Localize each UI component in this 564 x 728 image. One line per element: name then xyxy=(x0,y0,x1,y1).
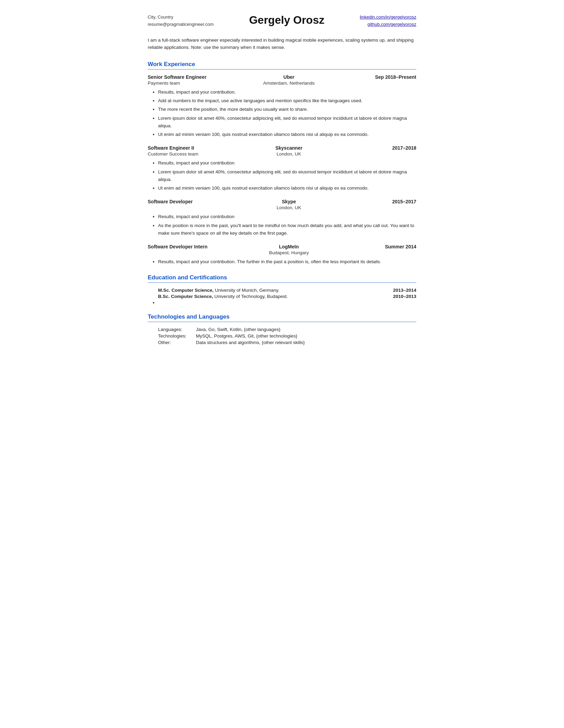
job-3-header: Software Developer Skype 2015–2017 xyxy=(148,199,416,204)
header-center: Gergely Orosz xyxy=(214,14,360,26)
job-3-title: Software Developer xyxy=(148,199,223,204)
job-1-title: Senior Software Engineer xyxy=(148,74,223,80)
job-2-team: Customer Success team xyxy=(148,151,223,157)
education-divider xyxy=(148,282,416,283)
job-1-location: Amsterdam, Netherlands xyxy=(223,81,354,86)
job-2: Software Engineer II Skyscanner 2017–201… xyxy=(148,145,416,192)
edu-item-2-degree-bold: B.Sc. Computer Science, xyxy=(158,294,213,299)
list-item: B.Sc. Computer Science, University of Te… xyxy=(158,294,416,299)
list-item: Languages: Java, Go, Swift, Kotlin, {oth… xyxy=(158,327,416,332)
linkedin-link[interactable]: linkedin.com/in/gergelyorosz xyxy=(360,14,416,20)
edu-item-2-text: B.Sc. Computer Science, University of Te… xyxy=(158,294,393,299)
job-2-bullets: Results, impact and your contribution Lo… xyxy=(158,159,416,192)
list-item: Ut enim ad minim veniam 100, quis nostru… xyxy=(158,184,416,192)
list-item xyxy=(158,300,416,305)
job-3-company: Skype xyxy=(223,199,354,204)
tech-label-1: Technologies: xyxy=(158,333,196,339)
edu-item-2-date: 2010–2013 xyxy=(393,294,416,299)
list-item: The more recent the position, the more d… xyxy=(158,106,416,113)
education-title: Education and Certifications xyxy=(148,274,416,281)
job-4-title: Software Developer Intern xyxy=(148,244,223,249)
job-2-date: 2017–2018 xyxy=(354,145,416,151)
job-1-company: Uber xyxy=(223,74,354,80)
list-item: Add at numbers to the impact, use active… xyxy=(158,97,416,105)
edu-item-2-degree-rest: University of Technology, Budapest. xyxy=(213,294,288,299)
education-list: M.Sc. Computer Science, University of Mu… xyxy=(158,288,416,305)
edu-item-1-text: M.Sc. Computer Science, University of Mu… xyxy=(158,288,393,293)
tech-value-1: MySQL, Postgres, AWS, Git, {other techno… xyxy=(196,333,297,339)
job-2-company: Skyscanner xyxy=(223,145,354,151)
job-1: Senior Software Engineer Uber Sep 2018–P… xyxy=(148,74,416,139)
job-3-sub: London, UK xyxy=(148,205,416,210)
work-experience-title: Work Experience xyxy=(148,61,416,68)
technologies-section: Technologies and Languages Languages: Ja… xyxy=(148,313,416,345)
work-experience-divider xyxy=(148,69,416,69)
edu-item-1-degree-rest: University of Munich, Germany. xyxy=(213,288,279,293)
job-3-team xyxy=(148,205,223,210)
edu-item-1-date: 2013–2014 xyxy=(393,288,416,293)
list-item: M.Sc. Computer Science, University of Mu… xyxy=(158,288,416,293)
job-2-header: Software Engineer II Skyscanner 2017–201… xyxy=(148,145,416,151)
github-link[interactable]: github.com/gergelyorosz xyxy=(367,22,416,27)
job-4-sub: Budapest, Hungary xyxy=(148,250,416,255)
education-section: Education and Certifications M.Sc. Compu… xyxy=(148,274,416,305)
job-4-team xyxy=(148,250,223,255)
list-item: Ut enim ad minim veniam 100, quis nostru… xyxy=(158,131,416,138)
job-4-date-placeholder xyxy=(354,250,416,255)
list-item: Lorem ipsum dolor sit amet 40%, consecte… xyxy=(158,115,416,130)
job-4-bullets: Results, impact and your contribution. T… xyxy=(158,258,416,266)
technologies-title: Technologies and Languages xyxy=(148,313,416,320)
job-4-location: Budapest, Hungary xyxy=(223,250,354,255)
tech-value-0: Java, Go, Swift, Kotlin, {other language… xyxy=(196,327,280,332)
job-1-bullets: Results, impact and your contribution. A… xyxy=(158,88,416,139)
job-1-date: Sep 2018–Present xyxy=(354,74,416,80)
header-right: linkedin.com/in/gergelyorosz github.com/… xyxy=(360,14,416,28)
job-2-sub: Customer Success team London, UK xyxy=(148,151,416,157)
tech-label-0: Languages: xyxy=(158,327,196,332)
job-2-title: Software Engineer II xyxy=(148,145,223,151)
list-item: Other: Data structures and algorithms, {… xyxy=(158,340,416,345)
header-left: City, Country resume@pragmaticengineer.c… xyxy=(148,14,214,28)
list-item: Results, impact and your contribution xyxy=(158,159,416,167)
location: City, Country xyxy=(148,14,214,21)
list-item: Results, impact and your contribution xyxy=(158,213,416,221)
technologies-list: Languages: Java, Go, Swift, Kotlin, {oth… xyxy=(158,327,416,345)
job-4-date: Summer 2014 xyxy=(354,244,416,249)
job-2-date-placeholder xyxy=(354,151,416,157)
technologies-divider xyxy=(148,322,416,322)
job-3-location: London, UK xyxy=(223,205,354,210)
job-1-header: Senior Software Engineer Uber Sep 2018–P… xyxy=(148,74,416,80)
email: resume@pragmaticengineer.com xyxy=(148,21,214,28)
list-item: As the position is more in the past, you… xyxy=(158,222,416,237)
list-item: Lorem ipsum dolor sit amet 40%, consecte… xyxy=(158,168,416,184)
job-4: Software Developer Intern LogMeIn Summer… xyxy=(148,244,416,266)
job-3-date: 2015–2017 xyxy=(354,199,416,204)
list-item: Technologies: MySQL, Postgres, AWS, Git,… xyxy=(158,333,416,339)
summary: I am a full-stack software engineer espe… xyxy=(148,36,416,51)
candidate-name: Gergely Orosz xyxy=(214,14,360,26)
job-1-date-placeholder xyxy=(354,81,416,86)
resume-header: City, Country resume@pragmaticengineer.c… xyxy=(148,14,416,28)
job-4-company: LogMeIn xyxy=(223,244,354,249)
work-experience-section: Work Experience Senior Software Engineer… xyxy=(148,61,416,266)
job-4-header: Software Developer Intern LogMeIn Summer… xyxy=(148,244,416,249)
job-1-sub: Payments team Amsterdam, Netherlands xyxy=(148,81,416,86)
tech-value-2: Data structures and algorithms, {other r… xyxy=(196,340,305,345)
job-3-date-placeholder xyxy=(354,205,416,210)
tech-label-2: Other: xyxy=(158,340,196,345)
job-3: Software Developer Skype 2015–2017 Londo… xyxy=(148,199,416,237)
list-item: Results, impact and your contribution. T… xyxy=(158,258,416,266)
job-3-bullets: Results, impact and your contribution As… xyxy=(158,213,416,237)
job-2-location: London, UK xyxy=(223,151,354,157)
edu-item-1-degree-bold: M.Sc. Computer Science, xyxy=(158,288,213,293)
job-1-team: Payments team xyxy=(148,81,223,86)
list-item: Results, impact and your contribution. xyxy=(158,88,416,96)
